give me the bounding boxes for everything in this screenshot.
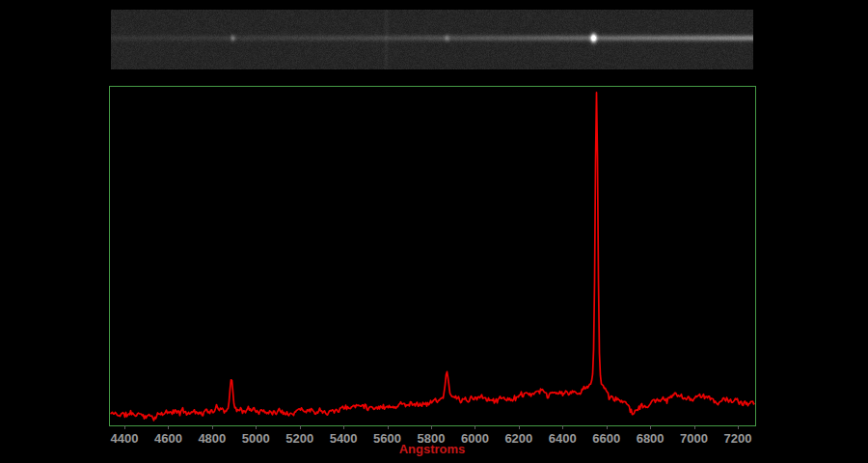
x-tick-mark [738,425,739,429]
x-tick-label: 7000 [673,431,716,446]
x-tick-label: 5400 [322,431,365,446]
x-tick-mark [562,425,563,429]
x-tick-label: 6800 [629,431,671,446]
x-tick-mark [650,425,651,429]
x-tick-mark [388,425,389,429]
x-tick-label: 6400 [541,431,583,446]
x-tick-label: 4800 [191,431,233,446]
raw-spectrum-canvas[interactable] [111,10,753,69]
x-tick-mark [343,425,344,429]
x-tick-mark [694,425,695,429]
x-tick-mark [607,425,608,429]
x-tick-label: 4600 [147,431,189,446]
x-tick-mark [431,425,432,429]
x-tick-label: 6600 [585,431,628,446]
spectrum-plot-canvas[interactable] [110,87,755,425]
x-tick-label: 7200 [717,431,759,446]
x-tick-mark [519,425,520,429]
raw-spectrum-strip [111,10,753,69]
x-tick-label: 6200 [498,431,540,446]
x-tick-label: 4400 [103,431,146,446]
x-tick-mark [212,425,213,429]
x-tick-label: 5000 [234,431,277,446]
spectrum-plot-frame [109,86,756,426]
x-tick-mark [300,425,301,429]
x-tick-mark [475,425,475,429]
x-tick-mark [168,425,169,429]
x-tick-label: 5200 [279,431,321,446]
x-tick-mark [256,425,257,429]
x-axis-label: Angstroms [389,442,475,456]
app-window: 4400460048005000520054005600580060006200… [0,0,868,463]
x-tick-mark [124,425,125,429]
